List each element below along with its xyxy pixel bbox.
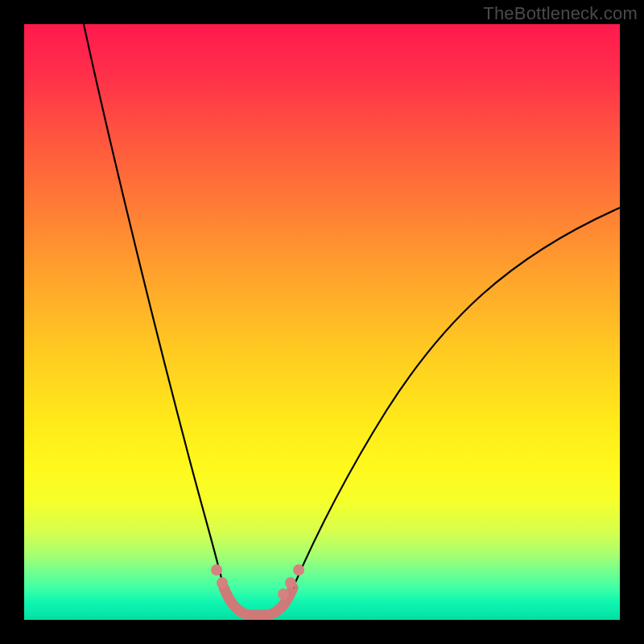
marker-dot (293, 564, 304, 576)
curve-left-arm (84, 24, 224, 588)
marker-dot (211, 564, 222, 576)
curve-group (84, 24, 620, 615)
curve-layer (24, 24, 620, 620)
curve-right-arm (293, 208, 620, 588)
watermark-text: TheBottleneck.com (483, 3, 638, 24)
chart-frame: TheBottleneck.com (0, 0, 644, 644)
marker-dot (217, 577, 228, 588)
marker-dot (278, 588, 289, 600)
plot-area (24, 24, 620, 620)
marker-dot (285, 577, 296, 588)
